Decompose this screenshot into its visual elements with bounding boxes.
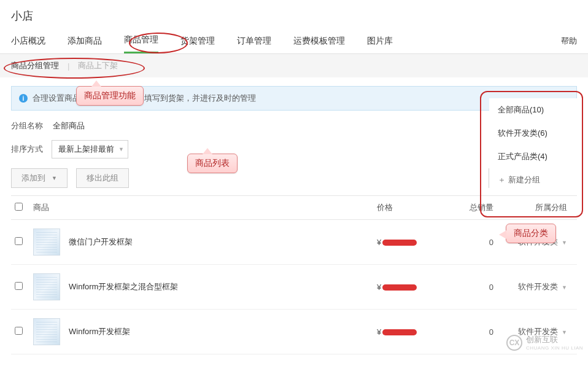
top-nav: 小店概况 添加商品 商品管理 货架管理 订单管理 运费模板管理 图片库 帮助 <box>0 28 588 54</box>
chevron-down-icon: ▼ <box>562 240 567 246</box>
product-thumbnail[interactable] <box>33 229 60 256</box>
product-group-select[interactable]: 软件开发类▼ <box>493 281 573 292</box>
tab-add-product[interactable]: 添加商品 <box>68 29 102 53</box>
table-header: 商品 价格 总销量 所属分组 <box>11 196 577 220</box>
table-row: Winform开发框架之混合型框架 ¥ 0 软件开发类▼ <box>11 265 577 310</box>
tab-product-manage[interactable]: 商品管理 <box>124 28 158 53</box>
product-sales: 0 <box>438 283 493 292</box>
product-name[interactable]: Winform开发框架之混合型框架 <box>69 281 178 292</box>
product-price: ¥ <box>377 238 438 247</box>
tab-overview[interactable]: 小店概况 <box>11 29 45 53</box>
add-to-label: 添加到 <box>21 173 45 184</box>
th-price: 价格 <box>377 202 438 213</box>
subnav-divider: | <box>68 61 69 71</box>
tab-shelf-manage[interactable]: 货架管理 <box>180 29 215 53</box>
select-all-checkbox[interactable] <box>15 203 23 211</box>
product-price: ¥ <box>377 283 438 292</box>
product-sales: 0 <box>438 327 493 337</box>
table-row: 微信门户开发框架 ¥ 0 软件开发类▼ <box>11 220 577 265</box>
price-redacted <box>382 284 417 291</box>
product-price: ¥ <box>377 327 438 337</box>
product-name[interactable]: 微信门户开发框架 <box>69 236 133 248</box>
group-value: 全部商品 <box>53 120 85 131</box>
chevron-down-icon: ▼ <box>118 146 124 152</box>
category-item-product[interactable]: 正式产品类(4) <box>489 145 584 168</box>
chevron-down-icon: ▼ <box>562 284 567 291</box>
add-to-button[interactable]: 添加到 ▼ <box>11 168 68 188</box>
tab-image-library[interactable]: 图片库 <box>367 29 393 53</box>
annotation-callout-cat: 商品分类 <box>506 224 556 243</box>
info-icon: i <box>19 94 28 103</box>
table-row: Winform开发框架 ¥ 0 软件开发类▼ <box>11 310 577 354</box>
logo-sub: CHUANG XIN HU LIAN <box>526 345 583 351</box>
sort-select[interactable]: 最新上架排最前 ▼ <box>52 140 128 158</box>
tab-shipping-template[interactable]: 运费模板管理 <box>293 29 345 53</box>
row-checkbox[interactable] <box>15 237 23 245</box>
footer-logo: CX 创新互联 CHUANG XIN HU LIAN <box>506 334 583 351</box>
product-name[interactable]: Winform开发框架 <box>69 326 130 337</box>
sub-nav: 商品分组管理 | 商品上下架 <box>0 54 588 77</box>
chevron-down-icon: ▼ <box>52 175 57 181</box>
sort-value: 最新上架排最前 <box>58 144 114 154</box>
th-sales: 总销量 <box>438 202 493 213</box>
price-redacted <box>382 329 417 335</box>
group-label: 分组名称 <box>11 120 43 131</box>
tip-text: 合理设置商品分类能方便将商品填写到货架，并进行及时的管理 <box>33 93 256 104</box>
row-checkbox[interactable] <box>15 327 23 335</box>
product-sales: 0 <box>438 238 493 247</box>
tab-order-manage[interactable]: 订单管理 <box>237 29 271 53</box>
category-add-new[interactable]: ＋新建分组 <box>489 168 584 192</box>
product-thumbnail[interactable] <box>33 318 60 345</box>
category-item-dev[interactable]: 软件开发类(6) <box>489 122 584 145</box>
sort-label: 排序方式 <box>11 144 43 155</box>
price-redacted <box>382 240 417 246</box>
logo-icon: CX <box>506 335 522 351</box>
annotation-callout-list: 商品列表 <box>187 154 238 173</box>
subtab-group-manage[interactable]: 商品分组管理 <box>11 60 59 71</box>
th-product: 商品 <box>33 202 377 213</box>
page-title: 小店 <box>0 0 588 28</box>
product-table: 商品 价格 总销量 所属分组 微信门户开发框架 ¥ 0 软件开发类▼ Winfo… <box>11 195 577 354</box>
remove-from-group-button[interactable]: 移出此组 <box>76 168 129 188</box>
category-item-all[interactable]: 全部商品(10) <box>489 98 584 122</box>
th-group: 所属分组 <box>493 202 573 213</box>
help-link-top[interactable]: 帮助 <box>561 36 577 47</box>
logo-brand: 创新互联 <box>526 334 583 345</box>
row-checkbox[interactable] <box>15 282 23 290</box>
annotation-callout-func: 商品管理功能 <box>76 86 144 106</box>
plus-icon: ＋ <box>498 175 506 184</box>
remove-label: 移出此组 <box>87 173 118 184</box>
subtab-onoff-shelf[interactable]: 商品上下架 <box>78 60 118 71</box>
product-thumbnail[interactable] <box>33 273 60 300</box>
category-panel: 全部商品(10) 软件开发类(6) 正式产品类(4) ＋新建分组 <box>489 98 584 192</box>
